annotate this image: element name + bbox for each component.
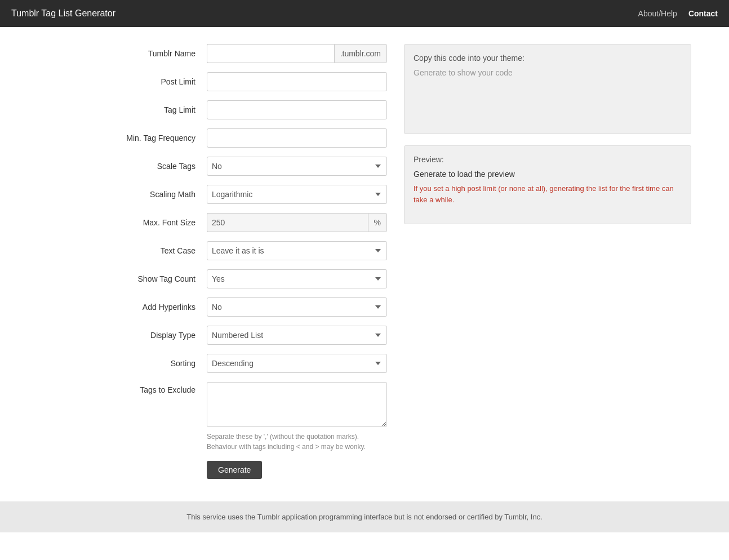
tumblr-name-row: Tumblr Name .tumblr.com	[38, 44, 387, 63]
min-tag-freq-row: Min. Tag Frequency	[38, 128, 387, 148]
right-panel: Copy this code into your theme: Generate…	[404, 44, 691, 479]
show-tag-count-select[interactable]: Yes No	[207, 269, 387, 288]
max-font-size-input[interactable]	[207, 213, 368, 232]
preview-panel: Preview: Generate to load the preview If…	[404, 145, 691, 224]
scale-tags-select[interactable]: No Yes	[207, 157, 387, 176]
main-content: Tumblr Name .tumblr.com Post Limit Tag L…	[26, 44, 703, 479]
add-hyperlinks-select[interactable]: No Yes	[207, 297, 387, 317]
generate-button[interactable]: Generate	[207, 461, 262, 479]
scale-tags-label: Scale Tags	[38, 162, 207, 171]
tag-limit-input[interactable]	[207, 100, 387, 119]
post-limit-row: Post Limit	[38, 72, 387, 91]
generate-row: Generate	[207, 461, 387, 479]
navbar: Tumblr Tag List Generator About/Help Con…	[0, 0, 729, 27]
sorting-select[interactable]: Descending Ascending	[207, 354, 387, 373]
code-panel-title: Copy this code into your theme:	[414, 54, 682, 63]
tumblr-name-input-wrap: .tumblr.com	[207, 44, 387, 63]
scaling-math-label: Scaling Math	[38, 190, 207, 199]
tags-exclude-textarea[interactable]	[207, 382, 387, 427]
code-panel-placeholder: Generate to show your code	[414, 68, 682, 77]
max-font-size-row: Max. Font Size %	[38, 213, 387, 232]
footer: This service uses the Tumblr application…	[0, 501, 729, 532]
sorting-label: Sorting	[38, 359, 207, 368]
preview-placeholder: Generate to load the preview	[414, 170, 682, 179]
preview-note: If you set a high post limit (or none at…	[414, 183, 682, 205]
display-type-row: Display Type Numbered List Bulleted List…	[38, 326, 387, 345]
post-limit-input[interactable]	[207, 72, 387, 91]
max-font-size-label: Max. Font Size	[38, 218, 207, 227]
scale-tags-row: Scale Tags No Yes	[38, 157, 387, 176]
footer-text: This service uses the Tumblr application…	[186, 513, 543, 521]
add-hyperlinks-row: Add Hyperlinks No Yes	[38, 297, 387, 317]
max-font-size-wrap: %	[207, 213, 387, 232]
display-type-label: Display Type	[38, 331, 207, 340]
tumblr-name-input[interactable]	[207, 44, 334, 63]
sorting-row: Sorting Descending Ascending	[38, 354, 387, 373]
nav-links: About/Help Contact	[638, 9, 718, 18]
add-hyperlinks-label: Add Hyperlinks	[38, 303, 207, 312]
post-limit-label: Post Limit	[38, 77, 207, 86]
app-title: Tumblr Tag List Generator	[11, 8, 115, 19]
text-case-row: Text Case Leave it as it is Uppercase Lo…	[38, 241, 387, 260]
tag-limit-row: Tag Limit	[38, 100, 387, 119]
tags-exclude-label: Tags to Exclude	[38, 382, 207, 394]
nav-about-help[interactable]: About/Help	[638, 9, 677, 18]
tumblr-name-label: Tumblr Name	[38, 49, 207, 58]
tags-exclude-row: Tags to Exclude	[38, 382, 387, 427]
form-panel: Tumblr Name .tumblr.com Post Limit Tag L…	[38, 44, 387, 479]
min-tag-freq-input[interactable]	[207, 128, 387, 148]
max-font-size-suffix: %	[368, 213, 387, 232]
display-type-select[interactable]: Numbered List Bulleted List Tag Cloud Pl…	[207, 326, 387, 345]
text-case-label: Text Case	[38, 246, 207, 255]
tag-limit-label: Tag Limit	[38, 105, 207, 114]
tags-exclude-hint: Separate these by ',' (without the quota…	[207, 432, 387, 452]
nav-contact[interactable]: Contact	[688, 9, 718, 18]
code-panel: Copy this code into your theme: Generate…	[404, 44, 691, 134]
min-tag-freq-label: Min. Tag Frequency	[38, 134, 207, 143]
tumblr-suffix: .tumblr.com	[334, 44, 387, 63]
text-case-select[interactable]: Leave it as it is Uppercase Lowercase Ti…	[207, 241, 387, 260]
preview-title: Preview:	[414, 155, 682, 164]
scaling-math-select[interactable]: Logarithmic Linear	[207, 185, 387, 204]
show-tag-count-row: Show Tag Count Yes No	[38, 269, 387, 288]
show-tag-count-label: Show Tag Count	[38, 274, 207, 283]
scaling-math-row: Scaling Math Logarithmic Linear	[38, 185, 387, 204]
